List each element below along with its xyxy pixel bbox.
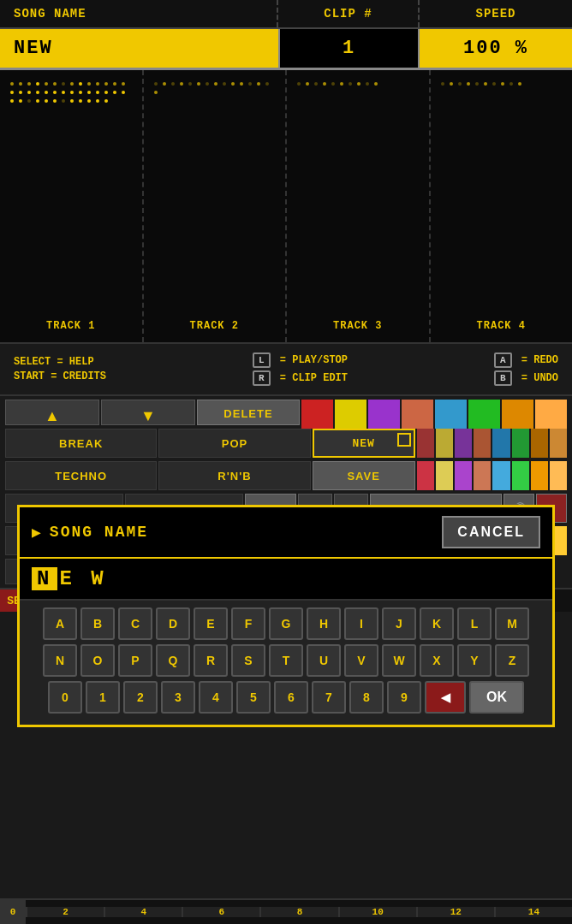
color-swatch-dark-blue[interactable]: [492, 429, 509, 458]
header-row: SONG NAME CLIP # SPEED: [0, 0, 572, 29]
save-button[interactable]: SAVE: [313, 461, 415, 490]
color-swatch-violet[interactable]: [455, 461, 472, 490]
key-D[interactable]: D: [156, 607, 190, 640]
dot: [331, 82, 335, 86]
key-U[interactable]: U: [307, 644, 341, 677]
key-2[interactable]: 2: [123, 681, 158, 714]
r-clip-text: = CLIP EDIT: [280, 372, 348, 384]
top-controls-row: ▲ ▼ DELETE: [0, 396, 572, 429]
dot: [265, 82, 269, 86]
color-swatch-light-green[interactable]: [512, 461, 529, 490]
track-2-column: TRACK 2: [144, 70, 288, 342]
track-2-label: TRACK 2: [190, 320, 239, 332]
color-row-3: [417, 461, 567, 490]
color-swatch-peach[interactable]: [550, 461, 567, 490]
dot: [214, 82, 217, 86]
key-K[interactable]: K: [420, 607, 454, 640]
color-swatch-blue[interactable]: [435, 400, 467, 429]
key-6[interactable]: 6: [274, 681, 308, 714]
key-G[interactable]: G: [269, 607, 303, 640]
dot: [62, 91, 65, 94]
a-redo-text: = REDO: [521, 354, 558, 366]
color-swatch-orange[interactable]: [531, 461, 548, 490]
key-C[interactable]: C: [118, 607, 152, 640]
track-3-label: TRACK 3: [333, 320, 382, 332]
color-swatch-light-orange[interactable]: [535, 400, 567, 429]
color-swatch-dark-orange[interactable]: [474, 429, 491, 458]
color-swatch-orange-brown[interactable]: [402, 400, 433, 429]
rnb-button[interactable]: R'N'B: [158, 461, 310, 490]
color-swatch-dark-amber[interactable]: [531, 429, 548, 458]
key-I[interactable]: I: [344, 607, 378, 640]
dot: [45, 99, 48, 103]
key-5[interactable]: 5: [236, 681, 271, 714]
dot: [70, 99, 74, 103]
color-swatch-light-yellow[interactable]: [436, 461, 453, 490]
ok-button[interactable]: OK: [469, 681, 524, 714]
key-X[interactable]: X: [420, 644, 454, 677]
key-F[interactable]: F: [231, 607, 265, 640]
key-B[interactable]: B: [80, 607, 115, 640]
dot: [96, 82, 99, 86]
key-4[interactable]: 4: [199, 681, 233, 714]
key-E[interactable]: E: [194, 607, 228, 640]
key-9[interactable]: 9: [387, 681, 421, 714]
color-swatch-amber[interactable]: [502, 400, 533, 429]
key-0[interactable]: 0: [48, 681, 82, 714]
nav-down-button[interactable]: ▼: [101, 400, 195, 425]
delete-key[interactable]: ◀: [425, 681, 466, 714]
color-swatch-salmon[interactable]: [474, 461, 491, 490]
dot: [10, 99, 14, 103]
color-swatch-dark-tan[interactable]: [550, 429, 567, 458]
key-A[interactable]: A: [43, 607, 77, 640]
cancel-button[interactable]: CANCEL: [442, 516, 540, 548]
delete-button[interactable]: DELETE: [197, 400, 300, 425]
nav-up-button[interactable]: ▲: [5, 400, 99, 425]
track-4-column: TRACK 4: [431, 70, 573, 342]
key-8[interactable]: 8: [349, 681, 384, 714]
dot: [154, 82, 158, 86]
key-S[interactable]: S: [231, 644, 265, 677]
dot: [223, 82, 226, 86]
color-swatch-green[interactable]: [468, 400, 500, 429]
color-swatch-purple[interactable]: [368, 400, 400, 429]
dot: [171, 82, 175, 86]
key-Z[interactable]: Z: [495, 644, 529, 677]
color-swatch-dark-yellow[interactable]: [436, 429, 453, 458]
top-section: SONG NAME CLIP # SPEED NEW 1 100 %: [0, 0, 572, 70]
track-2-dots: [149, 77, 281, 99]
key-N[interactable]: N: [43, 644, 77, 677]
key-V[interactable]: V: [344, 644, 378, 677]
key-7[interactable]: 7: [312, 681, 346, 714]
key-O[interactable]: O: [80, 644, 115, 677]
key-1[interactable]: 1: [86, 681, 120, 714]
key-M[interactable]: M: [495, 607, 529, 640]
new-button[interactable]: NEW: [313, 429, 415, 458]
color-swatch-pink-red[interactable]: [417, 461, 434, 490]
color-swatch-dark-red[interactable]: [417, 429, 434, 458]
key-Y[interactable]: Y: [457, 644, 492, 677]
dot: [197, 82, 200, 86]
timeline-14: 14: [494, 907, 572, 917]
break-button[interactable]: BREAK: [5, 429, 157, 458]
key-W[interactable]: W: [382, 644, 416, 677]
key-R[interactable]: R: [194, 644, 228, 677]
key-T[interactable]: T: [269, 644, 303, 677]
key-H[interactable]: H: [307, 607, 341, 640]
techno-button[interactable]: TECHNO: [5, 461, 157, 490]
dot: [458, 82, 462, 86]
key-3[interactable]: 3: [161, 681, 195, 714]
key-P[interactable]: P: [118, 644, 152, 677]
color-swatch-dark-purple[interactable]: [455, 429, 472, 458]
color-swatch-light-blue[interactable]: [492, 461, 509, 490]
color-swatch-dark-green[interactable]: [512, 429, 529, 458]
key-Q[interactable]: Q: [156, 644, 190, 677]
values-row: NEW 1 100 %: [0, 29, 572, 70]
key-J[interactable]: J: [382, 607, 416, 640]
track-4-label: TRACK 4: [477, 320, 526, 332]
dot: [79, 91, 82, 94]
key-L[interactable]: L: [457, 607, 492, 640]
color-swatch-red[interactable]: [301, 400, 333, 429]
color-swatch-yellow[interactable]: [335, 400, 366, 429]
pop-button[interactable]: POP: [158, 429, 310, 458]
